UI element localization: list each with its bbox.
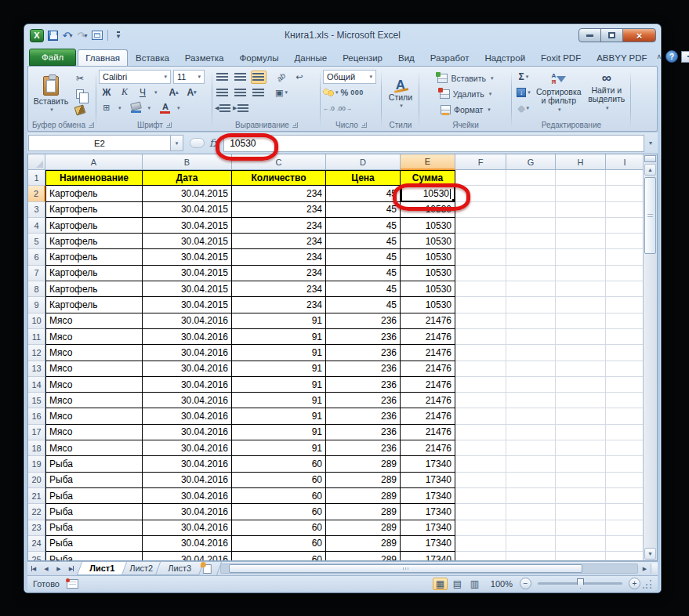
dialog-launcher-icon[interactable] [292,122,298,128]
borders-button[interactable]: ⊞ [99,101,114,115]
save-button[interactable] [46,29,59,42]
cell-G25[interactable] [506,552,556,561]
cell-G8[interactable] [506,281,556,297]
cell-I3[interactable] [606,202,644,218]
row-header-12[interactable]: 12 [28,345,45,361]
cell-F14[interactable] [455,377,506,393]
format-painter-button[interactable] [72,103,88,117]
font-name-select[interactable]: Calibri▾ [99,70,171,84]
cell-H13[interactable] [556,361,606,377]
tab-abbyy-pdf[interactable]: ABBYY PDF [589,49,655,66]
cell-G15[interactable] [506,393,556,408]
zoom-out-button[interactable]: − [520,578,531,589]
cell-F17[interactable] [455,425,506,440]
cell-D20[interactable]: 289 [326,473,401,488]
cell-B20[interactable]: 30.04.2016 [143,473,232,488]
cell-G23[interactable] [506,520,556,536]
tab-view[interactable]: Вид [390,49,422,66]
cell-G4[interactable] [506,218,556,234]
tab-review[interactable]: Рецензир [335,49,390,66]
zoom-slider[interactable] [538,582,622,585]
column-header-E[interactable]: E [401,154,455,170]
cell-F20[interactable] [455,473,506,488]
cell-G6[interactable] [506,249,556,265]
formula-bar-splitter[interactable] [190,138,205,148]
row-header-22[interactable]: 22 [28,504,45,520]
tab-addins[interactable]: Надстрой [477,49,533,66]
previous-sheet-button[interactable]: ◀ [40,562,53,575]
cell-I20[interactable] [606,473,644,488]
cell-H11[interactable] [556,329,606,345]
cell-I13[interactable] [606,361,644,377]
cell-E24[interactable]: 17340 [401,536,455,552]
cell-A2[interactable]: Картофель [45,186,143,201]
cell-A6[interactable]: Картофель [45,249,143,265]
cell-E17[interactable]: 21476 [401,425,455,440]
cell-E5[interactable]: 10530 [401,234,455,249]
cell-C20[interactable]: 60 [232,473,326,488]
cell-I17[interactable] [606,425,644,440]
cell-F24[interactable] [455,536,506,552]
horizontal-scroll-thumb[interactable] [229,564,582,573]
cell-D5[interactable]: 45 [326,234,401,249]
tab-split-handle[interactable] [651,563,658,574]
cell-G1[interactable] [506,170,556,186]
cell-E16[interactable]: 21476 [401,408,455,424]
cell-C15[interactable]: 91 [232,393,326,408]
cell-A1[interactable]: Наименование [45,170,143,186]
cell-I9[interactable] [606,297,644,313]
cell-G22[interactable] [506,504,556,520]
font-color-button[interactable]: А [158,101,173,115]
cell-I24[interactable] [606,536,644,552]
align-middle-button[interactable] [233,71,248,84]
tab-formulas[interactable]: Формулы [232,49,287,66]
row-header-1[interactable]: 1 [28,170,45,186]
cell-H16[interactable] [556,408,606,424]
cell-E21[interactable]: 17340 [401,488,455,504]
cell-I23[interactable] [606,520,644,536]
cell-H17[interactable] [556,425,606,440]
cell-A16[interactable]: Мясо [45,408,143,424]
sheet-tab-1[interactable]: Лист1 [77,562,127,575]
cell-I25[interactable] [606,552,644,561]
cell-D8[interactable]: 45 [326,281,401,297]
cell-F7[interactable] [455,266,506,281]
cell-B14[interactable]: 30.04.2016 [143,377,232,393]
cell-A20[interactable]: Рыба [45,473,143,488]
cell-C17[interactable]: 91 [232,425,326,440]
cell-D25[interactable]: 289 [326,552,401,561]
cell-D10[interactable]: 236 [326,313,401,329]
cell-A12[interactable]: Мясо [45,345,143,361]
close-button[interactable]: × [622,28,656,42]
cell-C12[interactable]: 91 [232,345,326,361]
cell-B15[interactable]: 30.04.2016 [143,393,232,408]
cell-I7[interactable] [606,266,644,281]
column-header-B[interactable]: B [143,154,232,170]
cell-G24[interactable] [506,536,556,552]
cell-A15[interactable]: Мясо [45,393,143,408]
cell-F13[interactable] [455,361,506,377]
cell-G14[interactable] [506,377,556,393]
cell-G2[interactable] [506,186,556,201]
cell-B21[interactable]: 30.04.2016 [143,488,232,504]
scroll-down-icon[interactable]: ▼ [644,548,656,560]
view-page-layout-button[interactable]: ▤ [450,578,465,590]
fill-color-button[interactable] [128,101,143,115]
column-header-A[interactable]: A [45,154,143,170]
cell-C10[interactable]: 91 [232,313,326,329]
tab-page-layout[interactable]: Разметка [177,49,232,66]
cell-E15[interactable]: 21476 [401,393,455,408]
collapse-ribbon-icon[interactable]: ∧ [657,53,662,60]
first-sheet-button[interactable]: ◀ [27,562,40,575]
row-header-5[interactable]: 5 [28,234,45,249]
last-sheet-button[interactable]: ▶ [65,562,78,575]
row-header-21[interactable]: 21 [28,488,45,504]
horizontal-scrollbar[interactable] [220,563,638,574]
find-select-button[interactable]: ∞ Найти и выделить ▾ [585,70,629,119]
resize-grip[interactable] [643,579,652,589]
cell-I4[interactable] [606,218,644,234]
cell-D24[interactable]: 289 [326,536,401,552]
cell-F4[interactable] [455,218,506,234]
redo-button[interactable]: ↷▾ [76,29,89,42]
cell-F5[interactable] [455,234,506,249]
